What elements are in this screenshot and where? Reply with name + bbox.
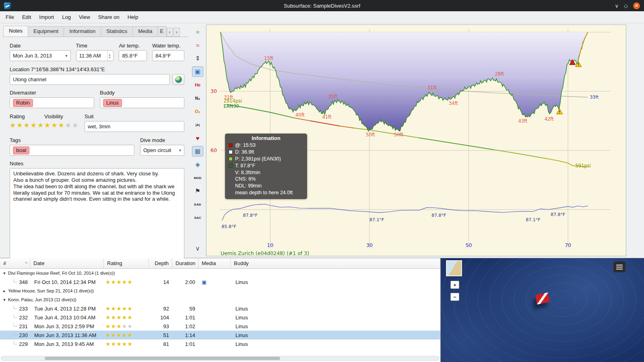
buddy-chip[interactable]: Linus <box>103 99 122 107</box>
svg-text:50ft: 50ft <box>366 132 375 138</box>
dive-rating: ★★★★★ <box>104 331 149 339</box>
column-header-depth[interactable]: Depth <box>149 258 172 268</box>
dive-number: 233 <box>19 306 28 312</box>
location-input[interactable]: Ulong channel <box>10 74 170 85</box>
pp-oxygen-toggle-button[interactable]: O₂ <box>192 106 203 117</box>
collapse-toolbar-button[interactable]: ∨ <box>192 243 203 254</box>
ndl-toggle-button[interactable]: ⚑ <box>192 186 203 196</box>
rating-stars[interactable]: ★★★★★ <box>10 121 44 130</box>
show-photos-toggle-button[interactable]: ▣ <box>192 66 203 77</box>
dive-row[interactable]: 233Tue Jun 4, 2013 12:28 PM★★★★★9259Linu… <box>0 304 440 313</box>
dive-row[interactable]: 231Mon Jun 3, 2013 2:59 PM★★★★★931:02Lin… <box>0 322 440 331</box>
globe-button[interactable] <box>172 74 184 85</box>
air-temp-input[interactable]: 85.8°F <box>119 50 147 61</box>
tab-scroll-right-button[interactable]: › <box>173 28 180 37</box>
trip-row[interactable]: ▾Divi Flamingo House Reef, Fri Oct 10, 2… <box>0 269 440 278</box>
dive-mode-select[interactable]: Open circuit ▾ <box>140 145 184 156</box>
infobox-line: D: 36.9ft <box>229 149 303 156</box>
menu-item-edit[interactable]: Edit <box>18 12 35 22</box>
dive-row[interactable]: 230Mon Jun 3, 2013 11:36 AM★★★★★511:14Li… <box>0 331 440 339</box>
profile-toolbar: ≈≈⇕▣HeN₂O₂|A|♥▦◈MOD⚑EADSAC∨ <box>189 23 206 258</box>
minimize-icon[interactable]: ∨ <box>615 3 619 9</box>
suit-input[interactable]: wet, 3mm <box>85 121 184 132</box>
tab-equipment[interactable]: Equipment <box>28 26 64 37</box>
air-toggle-button[interactable]: |A| <box>192 119 203 130</box>
visibility-stars[interactable]: ★★★★★ <box>44 121 85 130</box>
menu-item-share-on[interactable]: Share on <box>94 12 124 22</box>
heart-rate-toggle-button[interactable]: ♥ <box>192 133 203 143</box>
pp-helium-toggle-icon: He <box>195 82 200 87</box>
tank-bar-toggle-button[interactable]: ▦ <box>192 146 203 156</box>
date-value: Mon Jun 3, 2013 <box>13 53 52 59</box>
menubar: FileEditImportLogViewShare onHelp <box>0 11 644 23</box>
tab-statistics[interactable]: Statistics <box>101 26 133 37</box>
menu-item-log[interactable]: Log <box>58 12 75 22</box>
air-toggle-icon: |A| <box>196 123 200 127</box>
divemaster-input[interactable]: Robin <box>10 97 94 108</box>
dc-ceiling-toggle-button[interactable]: ≈ <box>192 27 203 37</box>
map-panel[interactable]: + − <box>441 258 644 362</box>
tab-notes[interactable]: Notes <box>3 26 28 37</box>
calculated-ceiling-toggle-icon: ≈ <box>196 42 199 49</box>
trip-row[interactable]: ▾Koror, Palau, Jun 2013 (11 dive(s)) <box>0 295 440 304</box>
svg-text:30: 30 <box>211 88 217 94</box>
maximize-icon[interactable]: ◇ <box>624 3 628 9</box>
menu-item-file[interactable]: File <box>2 12 18 22</box>
sac-toggle-button[interactable]: SAC <box>192 212 203 223</box>
chevron-down-icon[interactable]: ▾ <box>2 271 7 276</box>
map-overview-thumbnail[interactable] <box>446 260 462 276</box>
map-zoom-out-button[interactable]: − <box>450 293 459 301</box>
photo-icon[interactable]: ▣ <box>202 279 206 285</box>
column-header-number[interactable]: #^ <box>0 258 30 268</box>
spinner-icons[interactable]: ▴▾ <box>107 51 111 61</box>
column-header-date[interactable]: Date <box>30 258 104 268</box>
dive-rating: ★★★★★ <box>104 339 149 348</box>
dive-duration: 59 <box>172 304 198 313</box>
horizontal-scrollbar[interactable] <box>1 356 440 361</box>
dive-row[interactable]: 232Tue Jun 4, 2013 10:04 AM★★★★★1041:01L… <box>0 313 440 322</box>
menu-item-help[interactable]: Help <box>124 12 142 22</box>
dive-buddy: Linus <box>231 313 440 322</box>
tab-e[interactable]: E <box>158 26 167 37</box>
ead-toggle-button[interactable]: EAD <box>192 199 203 210</box>
column-header-duration[interactable]: Duration <box>172 258 198 268</box>
pp-helium-toggle-button[interactable]: He <box>192 80 203 90</box>
profile-infobox: Information@: 15:53D: 36.9ftP: 2,381psi … <box>225 134 307 199</box>
pp-nitrogen-toggle-button[interactable]: N₂ <box>192 93 203 103</box>
buddy-input[interactable]: Linus <box>100 97 184 108</box>
dive-buddy: Linus <box>231 278 440 286</box>
dive-date: Tue Jun 4, 2013 12:28 PM <box>30 304 104 313</box>
menu-item-import[interactable]: Import <box>35 12 58 22</box>
time-input[interactable]: 11:36 AM ▴▾ <box>76 50 114 61</box>
suit-label: Suit <box>85 113 184 119</box>
chevron-right-icon[interactable]: ▸ <box>2 288 7 294</box>
menu-item-view[interactable]: View <box>75 12 94 22</box>
date-select[interactable]: Mon Jun 3, 2013 ▾ <box>10 50 71 61</box>
water-temp-input[interactable]: 84.8°F <box>152 50 184 61</box>
hamburger-icon <box>616 265 623 265</box>
ceiling-increments-toggle-button[interactable]: ◈ <box>192 159 203 170</box>
notes-textarea[interactable]: Unbelievable dive. Dozens and dozens of … <box>10 168 184 260</box>
mod-toggle-button[interactable]: MOD <box>192 173 203 183</box>
dive-row[interactable]: 229Mon Jun 3, 2013 9:45 AM★★★★★811:01Lin… <box>0 339 440 348</box>
calculated-ceiling-toggle-button[interactable]: ≈ <box>192 40 203 50</box>
map-zoom-in-button[interactable]: + <box>450 281 459 289</box>
column-header-media[interactable]: Media <box>198 258 231 268</box>
dive-row[interactable]: 348Fri Oct 10, 2014 12:34 PM★★★★★142:00▣… <box>0 278 440 286</box>
chevron-down-icon[interactable]: ▾ <box>2 297 7 302</box>
scrollbar-thumb[interactable] <box>45 357 280 360</box>
tree-branch <box>14 341 17 344</box>
tab-scroll-left-button[interactable]: ‹ <box>167 28 173 37</box>
map-menu-button[interactable] <box>613 261 625 272</box>
column-header-buddy[interactable]: Buddy <box>231 258 440 268</box>
measuring-ruler-toggle-button[interactable]: ⇕ <box>192 53 203 64</box>
column-header-rating[interactable]: Rating <box>104 258 149 268</box>
close-icon[interactable]: × <box>633 2 640 9</box>
visibility-label: Visibility <box>44 113 85 119</box>
tags-input[interactable]: boat <box>10 145 134 156</box>
tab-media[interactable]: Media <box>132 26 158 37</box>
divemaster-chip[interactable]: Robin <box>13 99 33 107</box>
trip-row[interactable]: ▸Yellow House, Sun Sep 21, 2014 (1 dive(… <box>0 286 440 295</box>
tag-chip[interactable]: boat <box>13 146 29 154</box>
tab-information[interactable]: Information <box>64 26 101 37</box>
